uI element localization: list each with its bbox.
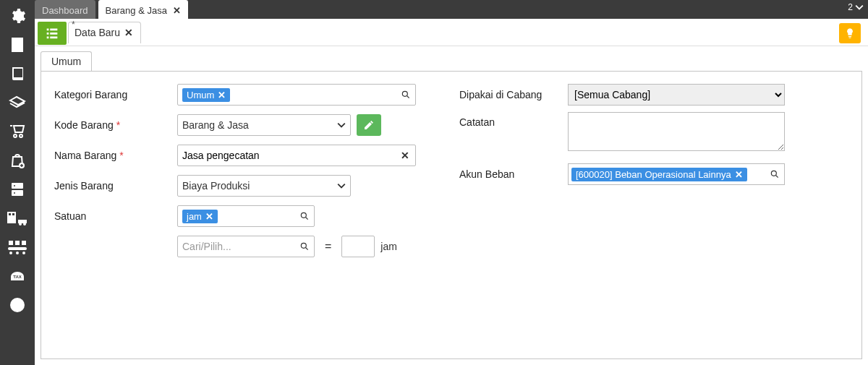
bag-plus-icon[interactable]: [9, 152, 26, 169]
satuan-search[interactable]: [177, 236, 315, 257]
nama-input-wrap: ✕: [177, 145, 416, 166]
dirty-indicator: *: [72, 20, 75, 30]
svg-point-8: [19, 223, 22, 226]
label-cabang: Dipakai di Cabang: [459, 89, 568, 100]
doc-tab-title: Data Baru: [75, 27, 120, 38]
top-tabbar: Dashboard Barang & Jasa ✕ 2: [0, 0, 868, 19]
jenis-select[interactable]: Biaya Produksi: [177, 175, 351, 197]
svg-point-14: [9, 252, 12, 254]
akun-chip-text: [600020] Beban Operasional Lainnya: [576, 169, 731, 180]
svg-rect-13: [8, 247, 27, 250]
notification-badge[interactable]: 2: [848, 2, 864, 12]
kode-value: Barang & Jasa: [182, 119, 249, 131]
satuan-qty-input[interactable]: [341, 236, 375, 257]
cards-icon[interactable]: [9, 94, 26, 111]
svg-point-3: [14, 185, 15, 186]
conveyor-icon[interactable]: [7, 239, 28, 256]
label-nama: Nama Barang *: [54, 150, 177, 161]
remove-icon[interactable]: ✕: [218, 90, 226, 100]
catatan-textarea[interactable]: [568, 112, 785, 151]
top-tab-barang-label: Barang & Jasa: [106, 5, 167, 16]
label-satuan: Satuan: [54, 210, 177, 222]
svg-point-9: [23, 223, 26, 226]
required-marker: *: [119, 150, 123, 161]
kategori-tagbox[interactable]: Umum ✕: [177, 84, 416, 106]
satuan-chip[interactable]: jam ✕: [182, 210, 218, 223]
search-icon[interactable]: [401, 90, 411, 100]
list-view-button[interactable]: [38, 22, 67, 45]
tab-umum[interactable]: Umum: [41, 51, 92, 72]
pencil-icon: [363, 119, 375, 131]
section-tabs: Umum: [35, 46, 868, 71]
building-icon[interactable]: [9, 36, 26, 53]
svg-point-20: [301, 243, 306, 248]
satuan-search-input[interactable]: [182, 236, 310, 257]
svg-point-15: [16, 252, 19, 254]
svg-rect-5: [7, 212, 16, 223]
search-icon[interactable]: [299, 241, 310, 252]
doc-tab-new[interactable]: * Data Baru ✕: [68, 22, 141, 43]
tax-icon[interactable]: TAX: [9, 267, 26, 285]
nama-input[interactable]: [182, 145, 411, 166]
kategori-chip[interactable]: Umum ✕: [182, 88, 230, 102]
form-panel: Kategori Barang Umum ✕: [41, 71, 862, 359]
badge-count: 2: [848, 2, 853, 12]
chevron-down-icon: [855, 3, 864, 12]
left-nav-rail: TAX: [0, 0, 35, 365]
akun-chip[interactable]: [600020] Beban Operasional Lainnya ✕: [571, 168, 747, 181]
svg-rect-2: [12, 190, 23, 196]
label-catatan: Catatan: [459, 112, 568, 128]
lightbulb-icon: [844, 27, 856, 39]
label-nama-text: Nama Barang: [54, 150, 116, 161]
hint-button[interactable]: [839, 23, 861, 43]
server-icon[interactable]: [9, 181, 26, 198]
gear-icon[interactable]: [9, 7, 26, 25]
satuan-unit-label: jam: [380, 241, 397, 252]
search-icon[interactable]: [770, 169, 780, 179]
pie-chart-icon[interactable]: [9, 296, 26, 314]
satuan-tagbox[interactable]: jam ✕: [177, 205, 315, 227]
top-tab-dashboard-label: Dashboard: [42, 5, 88, 16]
search-icon[interactable]: [299, 211, 310, 221]
svg-rect-1: [12, 183, 23, 189]
chevron-down-icon: [337, 181, 346, 190]
svg-point-21: [771, 171, 776, 176]
svg-rect-10: [9, 241, 13, 245]
cart-icon[interactable]: [9, 123, 26, 140]
svg-rect-11: [15, 241, 20, 245]
kode-select[interactable]: Barang & Jasa: [177, 114, 351, 136]
doc-tabbar: * Data Baru ✕: [35, 19, 868, 46]
label-jenis: Jenis Barang: [54, 180, 177, 192]
close-icon[interactable]: ✕: [173, 5, 181, 16]
close-icon[interactable]: ✕: [124, 27, 133, 38]
svg-rect-7: [12, 213, 14, 215]
svg-point-16: [22, 252, 25, 254]
kategori-chip-text: Umum: [187, 90, 214, 100]
top-tab-barang[interactable]: Barang & Jasa ✕: [98, 0, 188, 19]
akun-tagbox[interactable]: [600020] Beban Operasional Lainnya ✕: [568, 163, 785, 185]
svg-point-18: [402, 91, 407, 96]
svg-rect-6: [9, 213, 11, 215]
book-icon[interactable]: [9, 65, 26, 82]
clear-icon[interactable]: ✕: [401, 150, 409, 161]
satuan-chip-text: jam: [187, 211, 202, 222]
equals-label: =: [320, 240, 336, 253]
label-kode-text: Kode Barang: [54, 119, 114, 131]
label-akun: Akun Beban: [459, 168, 568, 180]
jenis-value: Biaya Produksi: [182, 180, 250, 192]
edit-kode-button[interactable]: [357, 114, 381, 136]
remove-icon[interactable]: ✕: [735, 169, 743, 180]
cabang-select[interactable]: [Semua Cabang]: [568, 84, 785, 106]
required-marker: *: [116, 119, 120, 131]
chevron-down-icon: [337, 121, 346, 129]
city-car-icon[interactable]: [7, 210, 28, 227]
svg-point-4: [14, 192, 15, 194]
svg-point-19: [301, 212, 306, 218]
label-kategori: Kategori Barang: [54, 89, 177, 100]
remove-icon[interactable]: ✕: [205, 211, 213, 222]
label-kode: Kode Barang *: [54, 119, 177, 131]
tab-umum-label: Umum: [51, 56, 81, 67]
svg-rect-12: [22, 241, 26, 245]
top-tab-dashboard[interactable]: Dashboard: [35, 0, 95, 19]
svg-text:TAX: TAX: [13, 275, 22, 279]
